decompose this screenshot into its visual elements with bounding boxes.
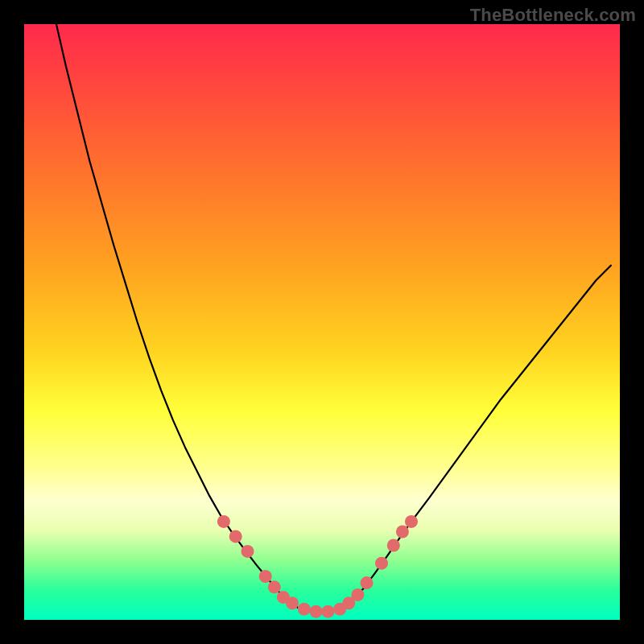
marker-dot [321,605,334,618]
marker-dot [259,570,272,583]
marker-dot [396,525,409,538]
marker-dot [298,603,311,616]
plot-area [24,24,620,620]
marker-dot [351,588,364,601]
watermark-text: TheBottleneck.com [470,5,636,26]
marker-dot [310,605,323,618]
marker-dot [242,545,254,558]
marker-dot [268,580,281,593]
marker-dot [375,557,388,570]
marker-dot [387,539,400,552]
curve-line [56,24,611,612]
chart-frame: TheBottleneck.com [0,0,644,644]
marker-dot [361,576,374,589]
marker-dot [229,530,242,543]
marker-dot [217,515,230,528]
marker-dots [217,515,418,618]
chart-overlay [24,24,620,620]
marker-dot [286,597,299,609]
marker-dot [405,515,418,528]
